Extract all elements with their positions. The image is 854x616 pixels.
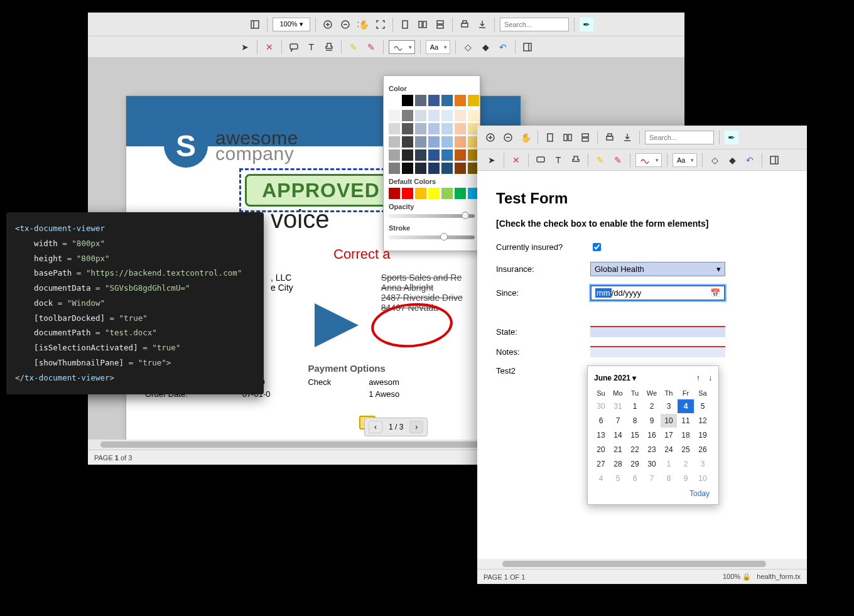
color-swatch[interactable] <box>428 188 440 199</box>
color-swatch[interactable] <box>455 136 466 148</box>
color-swatch[interactable] <box>402 95 413 106</box>
stroke-slider[interactable] <box>389 235 475 239</box>
calendar-day[interactable]: 11 <box>678 414 694 428</box>
calendar-day[interactable]: 29 <box>627 457 643 471</box>
color-swatch[interactable] <box>389 188 400 199</box>
horizontal-scrollbar[interactable] <box>477 559 807 569</box>
calendar-day[interactable]: 21 <box>610 443 626 457</box>
calendar-day[interactable]: 17 <box>661 428 677 442</box>
calendar-day[interactable]: 1 <box>627 399 643 413</box>
color-swatch[interactable] <box>389 149 400 161</box>
calendar-day[interactable]: 19 <box>695 428 711 442</box>
scroll-thumb[interactable] <box>502 561 766 567</box>
color-swatch[interactable] <box>455 188 466 199</box>
notes-field[interactable] <box>590 346 725 357</box>
stamp-icon[interactable] <box>322 40 336 54</box>
color-swatch[interactable] <box>415 123 426 134</box>
calendar-day[interactable]: 3 <box>661 399 677 413</box>
calendar-day[interactable]: 6 <box>627 472 643 485</box>
calendar-day[interactable]: 2 <box>678 457 694 471</box>
color-swatch[interactable] <box>428 163 440 174</box>
calendar-day[interactable]: 3 <box>695 457 711 471</box>
color-swatch[interactable] <box>455 149 466 161</box>
calendar-day[interactable]: 10 <box>661 414 677 428</box>
undo-icon[interactable]: ↶ <box>743 153 757 167</box>
insured-checkbox[interactable] <box>593 243 601 251</box>
stamp-icon[interactable] <box>569 153 583 167</box>
sidebar-toggle-icon[interactable] <box>248 18 262 31</box>
calendar-day[interactable]: 4 <box>678 399 694 413</box>
calendar-day[interactable]: 27 <box>593 457 609 471</box>
color-swatch[interactable] <box>402 188 413 199</box>
color-swatch[interactable] <box>468 95 479 106</box>
color-swatch[interactable] <box>415 149 426 161</box>
next-page-button[interactable]: › <box>409 421 423 433</box>
color-swatch[interactable] <box>389 95 400 106</box>
color-swatch[interactable] <box>441 188 453 199</box>
color-swatch[interactable] <box>441 163 453 174</box>
undo-icon[interactable]: ↶ <box>496 40 510 54</box>
select-icon[interactable]: ➤ <box>238 40 252 54</box>
clear-icon[interactable]: ◆ <box>478 40 492 54</box>
color-swatch[interactable] <box>389 163 400 174</box>
zoom-in-icon[interactable] <box>321 18 335 31</box>
font-size-dropdown[interactable]: Aa <box>673 153 697 167</box>
calendar-day[interactable]: 8 <box>661 472 677 485</box>
highlight-icon[interactable]: ✎ <box>593 153 607 167</box>
calendar-day[interactable]: 12 <box>695 414 711 428</box>
calendar-day[interactable]: 23 <box>644 443 660 457</box>
slider-thumb[interactable] <box>462 212 469 219</box>
color-swatch[interactable] <box>402 110 413 121</box>
font-size-dropdown[interactable]: Aa <box>426 40 450 54</box>
continuous-icon[interactable] <box>433 18 447 31</box>
select-icon[interactable]: ➤ <box>485 153 499 167</box>
color-swatch[interactable] <box>402 123 413 134</box>
color-swatch[interactable] <box>402 149 413 161</box>
text-icon[interactable]: T <box>305 40 318 54</box>
panels-icon[interactable] <box>521 40 534 54</box>
color-swatch[interactable] <box>441 123 453 134</box>
fullscreen-icon[interactable] <box>374 18 387 31</box>
signature-icon[interactable]: ✒ <box>580 18 593 31</box>
calendar-day[interactable]: 7 <box>610 414 626 428</box>
opacity-slider[interactable] <box>389 214 475 218</box>
calendar-day[interactable]: 7 <box>644 472 660 485</box>
state-field[interactable] <box>590 326 725 337</box>
color-swatch[interactable] <box>455 163 466 174</box>
calendar-icon[interactable]: 📅 <box>710 288 720 298</box>
draw-color-dropdown[interactable] <box>635 153 662 167</box>
calendar-day[interactable]: 26 <box>695 443 711 457</box>
strikeout-icon[interactable]: ✎ <box>611 153 625 167</box>
color-swatch[interactable] <box>428 136 440 148</box>
zoom-in-icon[interactable] <box>484 131 497 144</box>
panels-icon[interactable] <box>767 153 781 167</box>
color-swatch[interactable] <box>415 110 426 121</box>
pan-icon[interactable]: ✋ <box>519 131 532 144</box>
color-swatch[interactable] <box>428 123 440 134</box>
calendar-day[interactable]: 20 <box>593 443 609 457</box>
calendar-day[interactable]: 10 <box>695 472 711 485</box>
slider-thumb[interactable] <box>440 233 448 240</box>
color-swatch[interactable] <box>402 136 413 148</box>
search-input[interactable] <box>645 131 714 144</box>
calendar-day[interactable]: 16 <box>644 428 660 442</box>
signature-icon[interactable]: ✒ <box>725 131 738 144</box>
calendar-day[interactable]: 25 <box>678 443 694 457</box>
calendar-day[interactable]: 30 <box>593 399 609 413</box>
color-swatch[interactable] <box>441 136 453 148</box>
color-swatch[interactable] <box>389 110 400 121</box>
calendar-day[interactable]: 22 <box>627 443 643 457</box>
color-swatch[interactable] <box>455 110 466 121</box>
calendar-day[interactable]: 24 <box>661 443 677 457</box>
color-swatch[interactable] <box>415 163 426 174</box>
calendar-day[interactable]: 31 <box>610 399 626 413</box>
download-icon[interactable] <box>475 18 489 31</box>
delete-icon[interactable]: ✕ <box>509 153 523 167</box>
calendar-day[interactable]: 8 <box>627 414 643 428</box>
prev-month-icon[interactable]: ↑ <box>696 374 700 382</box>
print-icon[interactable] <box>458 18 472 31</box>
color-swatch[interactable] <box>428 95 440 106</box>
text-icon[interactable]: T <box>551 153 565 167</box>
calendar-day[interactable]: 9 <box>678 472 694 485</box>
calendar-day[interactable]: 30 <box>644 457 660 471</box>
